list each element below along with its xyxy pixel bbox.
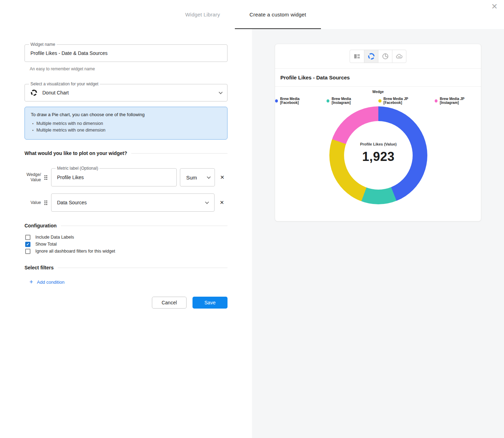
widget-name-field[interactable]: Widget name xyxy=(24,44,227,62)
legend-item[interactable]: Brew Media [Instagram] xyxy=(327,97,368,105)
config-checkbox-ignore-filters[interactable] xyxy=(25,249,30,254)
tab-widget-library[interactable]: Widget Library xyxy=(170,0,235,29)
configuration-options: Include Data Labels ✓ Show Total Ignore … xyxy=(24,234,227,255)
donut-chart-icon xyxy=(30,89,37,96)
legend-item[interactable]: Brew Media JP [Instagram] xyxy=(435,97,481,105)
option-show-total[interactable]: ✓ Show Total xyxy=(24,241,227,248)
info-box-title: To draw a Pie chart, you can choose one … xyxy=(31,112,221,117)
divider xyxy=(131,153,227,154)
legend-title: Wedge xyxy=(275,87,481,94)
widget-name-label: Widget name xyxy=(29,42,57,47)
option-include-data-labels[interactable]: Include Data Labels xyxy=(24,234,227,241)
legend-label: Brew Media [Facebook] xyxy=(280,97,316,105)
legend-label: Brew Media JP [Facebook] xyxy=(384,97,425,105)
aggregation-select[interactable]: Sum xyxy=(180,168,215,186)
metric-row: Wedge/ Value Metric label (Optional) Sum… xyxy=(24,168,227,186)
pie-chart-info-box: To draw a Pie chart, you can choose one … xyxy=(24,107,227,140)
dimension-select[interactable]: Data Sources xyxy=(51,193,215,212)
chart-type-segmented-control: Aa xyxy=(350,50,406,63)
divider xyxy=(58,268,227,268)
config-checkbox-show-total[interactable]: ✓ xyxy=(25,242,30,247)
cancel-button[interactable]: Cancel xyxy=(152,297,187,309)
table-widget-icon xyxy=(354,54,360,58)
option-label[interactable]: Include Data Labels xyxy=(35,235,74,240)
preview-panel: Aa Profile Likes - Data Sources Wedge Br… xyxy=(252,29,504,438)
widget-name-input[interactable] xyxy=(30,50,222,56)
filters-title: Select filters xyxy=(24,265,54,270)
widget-preview-card: Aa Profile Likes - Data Sources Wedge Br… xyxy=(275,44,481,221)
tab-create-custom-widget[interactable]: Create a custom widget xyxy=(235,0,321,29)
plus-icon: + xyxy=(29,279,33,285)
dimension-role-label: Value xyxy=(24,200,41,205)
donut-center-value: 1,923 xyxy=(362,149,395,164)
legend-dot xyxy=(435,99,438,103)
donut-chart-wrap: Profile Likes (Value) 1,923 xyxy=(329,106,427,204)
chevron-down-icon xyxy=(207,175,211,179)
chevron-down-icon xyxy=(219,90,223,94)
info-box-bullet: Multiple metrics with one dimension xyxy=(31,127,221,134)
legend-label: Brew Media [Instagram] xyxy=(331,97,368,105)
widget-name-helper: An easy to remember widget name xyxy=(30,66,227,71)
dialog-tabs: Widget Library Create a custom widget xyxy=(0,0,504,29)
chart-area: Wedge Brew Media [Facebook]Brew Media [I… xyxy=(275,87,481,221)
donut-chart-icon xyxy=(368,52,375,60)
remove-metric-icon[interactable]: ✕ xyxy=(218,174,226,181)
info-box-bullet: Multiple metrics with no dimension xyxy=(31,120,221,127)
legend-dot xyxy=(327,99,329,103)
tab-group: Widget Library Create a custom widget xyxy=(170,0,321,29)
form-actions: Cancel Save xyxy=(24,297,227,309)
add-condition-label: Add condition xyxy=(37,280,65,285)
metric-label-float: Metric label (Optional) xyxy=(56,166,99,171)
visualization-select[interactable]: Select a visualization for your widget D… xyxy=(24,84,227,101)
donut-chart-button[interactable] xyxy=(364,50,378,63)
metric-role-label: Wedge/ Value xyxy=(24,172,41,183)
legend-dot xyxy=(378,99,381,103)
donut-center-label: Profile Likes (Value) xyxy=(360,142,397,146)
table-widget-button[interactable] xyxy=(350,50,364,63)
metric-label-input[interactable] xyxy=(57,175,171,180)
donut-center: Profile Likes (Value) 1,923 xyxy=(344,121,413,190)
preview-title: Profile Likes - Data Sources xyxy=(280,75,350,80)
plot-section-title: What would you like to plot on your widg… xyxy=(24,150,127,156)
plot-section-header: What would you like to plot on your widg… xyxy=(24,150,227,156)
svg-text:Aa: Aa xyxy=(398,56,401,58)
config-checkbox-include-data-labels[interactable] xyxy=(25,235,30,240)
pie-chart-button[interactable] xyxy=(378,50,392,63)
configuration-title: Configuration xyxy=(24,223,57,228)
dimension-row: Value Data Sources ✕ xyxy=(24,193,227,212)
configuration-header: Configuration xyxy=(24,223,227,228)
legend-label: Brew Media JP [Instagram] xyxy=(440,97,481,105)
word-cloud-icon: Aa xyxy=(395,52,404,60)
dimension-value: Data Sources xyxy=(57,200,205,205)
visualization-label: Select a visualization for your widget xyxy=(29,82,100,86)
remove-dimension-icon[interactable]: ✕ xyxy=(218,199,226,206)
chevron-down-icon xyxy=(205,200,209,204)
option-ignore-dashboard-filters[interactable]: Ignore all dashboard filters for this wi… xyxy=(24,248,227,255)
add-condition-button[interactable]: + Add condition xyxy=(29,279,64,285)
metric-label-field[interactable]: Metric label (Optional) xyxy=(51,168,177,186)
legend-item[interactable]: Brew Media JP [Facebook] xyxy=(378,97,424,105)
legend-dot xyxy=(275,99,278,103)
option-label[interactable]: Show Total xyxy=(35,242,57,247)
preview-title-row: Profile Likes - Data Sources xyxy=(275,69,481,87)
filters-header: Select filters xyxy=(24,265,227,270)
aggregation-value: Sum xyxy=(186,175,207,181)
drag-handle-icon[interactable] xyxy=(44,200,47,205)
visualization-value: Donut Chart xyxy=(42,90,219,96)
drag-handle-icon[interactable] xyxy=(44,175,47,180)
pie-chart-icon xyxy=(382,52,389,60)
chart-legend: Brew Media [Facebook]Brew Media [Instagr… xyxy=(275,97,481,105)
save-button[interactable]: Save xyxy=(192,297,227,309)
chart-type-toolbar: Aa xyxy=(275,44,481,69)
legend-item[interactable]: Brew Media [Facebook] xyxy=(275,97,316,105)
divider xyxy=(61,226,227,226)
widget-form: Widget name An easy to remember widget n… xyxy=(24,42,227,309)
word-cloud-button[interactable]: Aa xyxy=(392,50,406,63)
info-box-list: Multiple metrics with no dimension Multi… xyxy=(31,120,221,134)
option-label[interactable]: Ignore all dashboard filters for this wi… xyxy=(35,249,115,254)
